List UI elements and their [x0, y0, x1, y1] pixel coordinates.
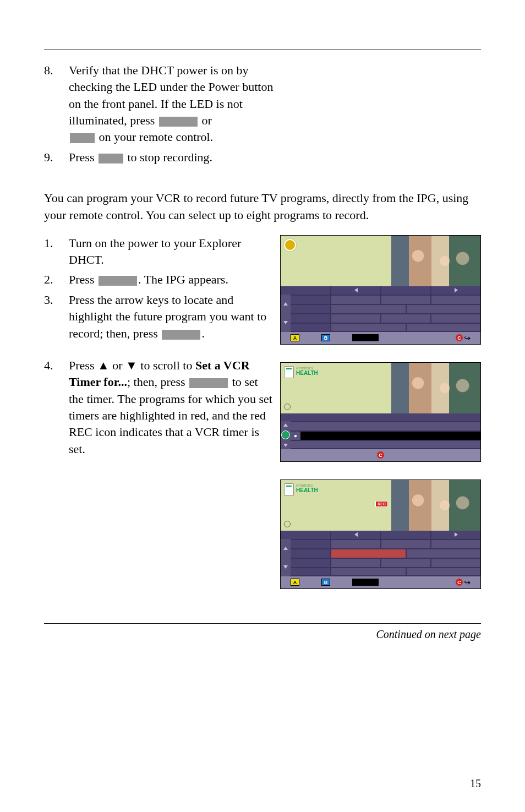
ipg-screenshot-1: A B C ↩ [280, 235, 481, 345]
page-number: 15 [470, 777, 481, 790]
arrow-down-icon [283, 321, 288, 324]
arrow-right-icon [455, 288, 458, 292]
step-2-num: 2. [44, 271, 69, 288]
step-3: 3. Press the arrow keys to locate and hi… [44, 292, 272, 342]
step-4-text-b: ; then, press [127, 375, 188, 389]
grid-row [291, 304, 480, 313]
grid-row [291, 295, 480, 304]
black-badge [352, 334, 379, 341]
grid-row [291, 323, 480, 332]
arrow-down-icon [283, 444, 288, 447]
step-8: 8. Verify that the DHCT power is on by c… [44, 62, 275, 146]
clock-icon [284, 521, 291, 527]
return-icon: ↩ [464, 579, 471, 586]
arrow-right-icon [455, 532, 458, 537]
a-badge: A [291, 579, 299, 586]
step-2: 2. Press . The IPG appears. [44, 271, 272, 288]
step-8-num: 8. [44, 62, 69, 146]
arrow-up-icon [283, 547, 288, 550]
preview-image [391, 363, 480, 413]
step-9-text-b: to stop recording. [124, 150, 212, 164]
step-3-text-b: . [201, 326, 205, 340]
option-row [291, 440, 480, 449]
step-3-text: Press the arrow keys to locate and highl… [69, 292, 272, 342]
health-logo: HEALTH [296, 487, 318, 493]
notebook-icon [284, 483, 294, 495]
step-4: 4. Press ▲ or ▼ to scroll to Set a VCR T… [44, 357, 272, 457]
step-9-num: 9. [44, 149, 69, 166]
step-4-text-a: Press ▲ or ▼ to scroll to [69, 358, 195, 372]
clock-icon [284, 404, 291, 410]
grid-row [291, 313, 480, 323]
continued-text: Continued on next page [44, 628, 481, 641]
bottom-rule [44, 623, 481, 624]
grid-row [291, 567, 480, 576]
step-2-text-b: . The IPG appears. [138, 273, 228, 286]
arrow-left-icon [354, 532, 358, 537]
ipg-screenshot-2: America's HEALTH [280, 362, 481, 462]
step-2-text: Press . The IPG appears. [69, 271, 228, 288]
grid-row [291, 539, 480, 548]
health-logo: HEALTH [296, 370, 318, 376]
b-badge: B [321, 334, 330, 341]
step-8-text-c: on your remote control. [96, 130, 213, 144]
step-8-text: Verify that the DHCT power is on by chec… [69, 62, 275, 146]
arrow-down-icon [283, 565, 288, 569]
c-badge: C [377, 451, 384, 459]
arrow-left-icon [354, 288, 358, 292]
option-row [291, 421, 480, 430]
ipg-screenshot-3: America's HEALTH REC [280, 479, 481, 589]
step-1-text: Turn on the power to your Explorer DHCT. [69, 235, 272, 269]
grid-row-recording [291, 548, 480, 558]
arrow-up-icon [283, 302, 288, 306]
button-placeholder [159, 117, 198, 127]
notebook-icon [284, 366, 294, 378]
preview-image [391, 480, 480, 531]
guide-icon [284, 239, 296, 251]
preview-image [391, 236, 480, 286]
step-9-text-a: Press [69, 150, 97, 164]
step-1: 1. Turn on the power to your Explorer DH… [44, 235, 272, 269]
a-badge: A [291, 334, 299, 341]
ipg-footer: A B C ↩ [281, 332, 480, 344]
step-4-num: 4. [44, 357, 69, 457]
step-9-text: Press to stop recording. [69, 149, 212, 166]
step-1-num: 1. [44, 235, 69, 269]
intro-paragraph: You can program your VCR to record futur… [44, 190, 481, 224]
option-row: ● [291, 430, 480, 440]
button-placeholder [99, 154, 123, 164]
top-rule [44, 50, 481, 50]
arrow-up-icon [283, 423, 288, 427]
step-4-text: Press ▲ or ▼ to scroll to Set a VCR Time… [69, 357, 272, 457]
time-header [281, 531, 480, 539]
c-badge: C [456, 579, 463, 586]
black-badge [352, 579, 379, 586]
americas-label: America's [296, 366, 318, 370]
step-9: 9. Press to stop recording. [44, 149, 275, 166]
rec-badge: REC [375, 501, 388, 507]
ipg-footer: C [281, 449, 480, 461]
button-placeholder [70, 133, 95, 143]
grid-row [291, 558, 480, 567]
americas-label: America's [296, 483, 318, 487]
options-header [281, 413, 480, 421]
button-placeholder [99, 276, 137, 286]
return-icon: ↩ [464, 334, 471, 342]
button-placeholder [189, 378, 228, 388]
time-header [281, 286, 480, 295]
action-icon [281, 430, 290, 439]
step-2-text-a: Press [69, 273, 97, 286]
step-3-num: 3. [44, 292, 69, 342]
ipg-footer: A B C ↩ [281, 576, 480, 588]
c-badge: C [456, 334, 463, 341]
step-8-text-b: or [199, 113, 212, 127]
button-placeholder [162, 330, 200, 340]
b-badge: B [321, 579, 330, 586]
